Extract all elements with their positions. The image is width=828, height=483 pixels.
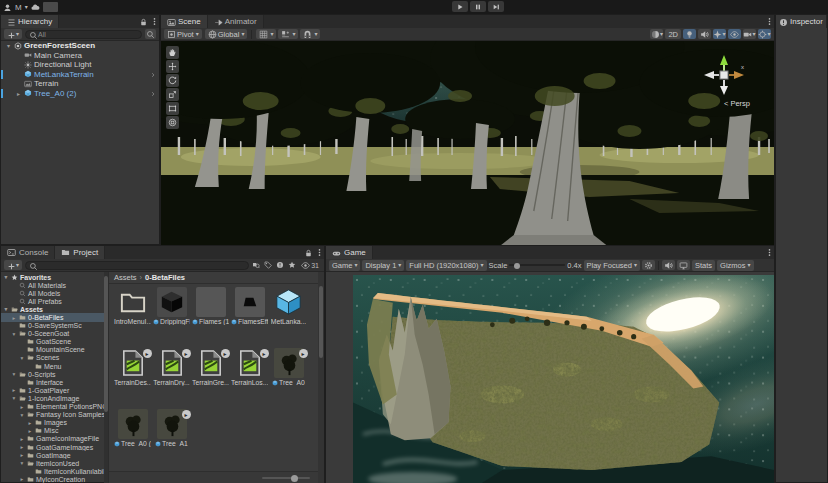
- project-tree-item[interactable]: ▾0-Scripts: [1, 370, 108, 378]
- project-tree-item[interactable]: Menu: [1, 362, 108, 370]
- project-tree-item[interactable]: 0-SaveSystemSc: [1, 322, 108, 330]
- thumbnail-zoom-slider[interactable]: [262, 477, 310, 479]
- resolution-dropdown[interactable]: Full HD (1920x1080)▾: [406, 260, 486, 271]
- perspective-label[interactable]: < Persp: [724, 99, 750, 108]
- expand-prefab-button[interactable]: ▸: [260, 349, 269, 358]
- hidden-count[interactable]: 31: [301, 261, 321, 269]
- asset-item[interactable]: ▸TerrainGre...: [192, 348, 229, 403]
- asset-item[interactable]: ▸TerrainLos...: [231, 348, 268, 403]
- create-asset-button[interactable]: ▾: [4, 260, 22, 270]
- tab-animator[interactable]: Animator: [208, 15, 264, 28]
- expander-icon[interactable]: ▸: [11, 315, 17, 321]
- kebab-menu-icon[interactable]: [315, 248, 321, 257]
- mute-audio-button[interactable]: [662, 260, 675, 270]
- project-tree-item[interactable]: GoatScene: [1, 338, 108, 346]
- expander-icon[interactable]: ▾: [19, 355, 25, 361]
- tab-scene[interactable]: Scene: [161, 15, 208, 28]
- asset-item[interactable]: ▸TerrainDry...: [153, 348, 190, 403]
- recttool-tool-button[interactable]: [166, 102, 179, 115]
- magnet-dropdown[interactable]: ▾: [300, 29, 320, 39]
- scale-tool-button[interactable]: [166, 88, 179, 101]
- scale-slider[interactable]: [509, 260, 565, 270]
- expander-icon[interactable]: ▸: [27, 428, 33, 434]
- asset-thumbnail-folder[interactable]: [118, 287, 148, 317]
- toolbar-blank-button[interactable]: [43, 2, 58, 12]
- asset-thumbnail-terrain[interactable]: ▸: [196, 348, 226, 378]
- expand-prefab-button[interactable]: ▸: [221, 349, 230, 358]
- project-tree-item[interactable]: ItemIconKullanılabilir: [1, 467, 108, 475]
- expander-icon[interactable]: ▾: [3, 306, 9, 312]
- hierarchy-item[interactable]: MetLankaTerrain: [1, 70, 159, 80]
- expander-icon[interactable]: ▾: [19, 412, 25, 418]
- expand-prefab-button[interactable]: ▸: [182, 410, 191, 419]
- hierarchy-search-input[interactable]: All: [25, 30, 142, 39]
- typesearch-filter-icon[interactable]: [252, 261, 260, 269]
- display-dropdown[interactable]: Display 1▾: [362, 260, 404, 271]
- project-tree-item[interactable]: ▸Misc: [1, 427, 108, 435]
- tag-filter-icon[interactable]: [264, 261, 272, 269]
- expander-icon[interactable]: ▾: [19, 460, 25, 466]
- pause-button[interactable]: [470, 1, 486, 12]
- asset-thumbnail-cube-dark[interactable]: [157, 287, 187, 317]
- speaker-toggle-button[interactable]: [698, 29, 711, 39]
- project-tree-item[interactable]: ▾Fantasy Icon Samples: [1, 411, 108, 419]
- project-tree-item[interactable]: İnterface: [1, 378, 108, 386]
- tab-inspector[interactable]: Inspector: [776, 15, 827, 28]
- tab-game[interactable]: Game: [326, 246, 373, 259]
- project-tree-item[interactable]: ▾ItemIconUsed: [1, 459, 108, 467]
- expand-prefab-button[interactable]: ▸: [299, 349, 308, 358]
- fx-toggle-button[interactable]: ▾: [713, 29, 726, 39]
- tab-project[interactable]: Project: [55, 246, 105, 259]
- hand-tool-button[interactable]: [166, 46, 179, 59]
- prefab-chevron-icon[interactable]: [150, 90, 156, 96]
- asset-thumbnail-terrain[interactable]: ▸: [157, 348, 187, 378]
- project-tree-item[interactable]: MountainScene: [1, 346, 108, 354]
- shading-toggle-button[interactable]: ▾: [650, 29, 663, 39]
- kebab-menu-icon[interactable]: [765, 248, 771, 257]
- asset-item[interactable]: Flames (1): [192, 287, 229, 342]
- asset-item[interactable]: IntroMenuI...: [114, 287, 151, 342]
- preset-filter-icon[interactable]: [276, 261, 284, 269]
- lock-icon[interactable]: [139, 18, 146, 26]
- asset-thumbnail-tree[interactable]: [118, 409, 148, 439]
- asset-thumbnail-blob[interactable]: [235, 287, 265, 317]
- asset-thumbnail-terrain[interactable]: ▸: [235, 348, 265, 378]
- game-view-mode-dropdown[interactable]: Game▾: [329, 260, 360, 271]
- expander-icon[interactable]: ▾: [11, 331, 17, 337]
- move-tool-button[interactable]: [166, 60, 179, 73]
- hierarchy-item[interactable]: Directional Light: [1, 60, 159, 70]
- project-tree-item[interactable]: ▸Images: [1, 419, 108, 427]
- asset-item[interactable]: MetLanka...: [270, 287, 307, 342]
- kebab-menu-icon[interactable]: [765, 17, 771, 26]
- asset-item[interactable]: DrippingFl...: [153, 287, 190, 342]
- project-tree-item[interactable]: ▾1-IconAndImage: [1, 394, 108, 402]
- project-tree-item[interactable]: ▸GameIconImageFile: [1, 435, 108, 443]
- tab-console[interactable]: Console: [1, 246, 55, 259]
- account-menu[interactable]: M: [15, 3, 22, 12]
- play-mode-dropdown[interactable]: Play Focused▾: [584, 260, 640, 271]
- project-tree-item[interactable]: ▾0-SceenGoat: [1, 330, 108, 338]
- gridsnap-dropdown[interactable]: ▾: [278, 29, 298, 39]
- expander-icon[interactable]: ▸: [19, 476, 25, 482]
- asset-item[interactable]: Tree_A0 (2): [114, 409, 151, 464]
- expander-icon[interactable]: ▸: [19, 436, 25, 442]
- project-tree-item[interactable]: ▾Scenes: [1, 354, 108, 362]
- project-search-input[interactable]: [25, 261, 249, 270]
- hierarchy-item[interactable]: ▸Tree_A0 (2): [1, 89, 159, 99]
- bulb-toggle-button[interactable]: [683, 29, 696, 39]
- expand-prefab-button[interactable]: ▸: [182, 349, 191, 358]
- pivot-mode-dropdown[interactable]: Pivot▾: [164, 29, 202, 39]
- stats-button[interactable]: Stats: [692, 260, 715, 271]
- project-tree-item[interactable]: ▸GoatGameImages: [1, 443, 108, 451]
- project-tree-item[interactable]: ▸MyIconCreation: [1, 475, 108, 483]
- lock-icon[interactable]: [304, 249, 311, 257]
- star-filter-icon[interactable]: [288, 261, 296, 269]
- asset-thumbnail-tree[interactable]: ▸: [274, 348, 304, 378]
- asset-thumbnail-terrain[interactable]: ▸: [118, 348, 148, 378]
- scene-viewport[interactable]: x < Persp: [161, 41, 774, 246]
- hierarchy-item[interactable]: ▾GreenForestSceen: [1, 41, 159, 51]
- project-tree-item[interactable]: ▾Favorites: [1, 273, 108, 281]
- transform-tool-button[interactable]: [166, 116, 179, 129]
- play-button[interactable]: [452, 1, 468, 12]
- project-tree-item[interactable]: ▸Elemental PotionsPNG: [1, 403, 108, 411]
